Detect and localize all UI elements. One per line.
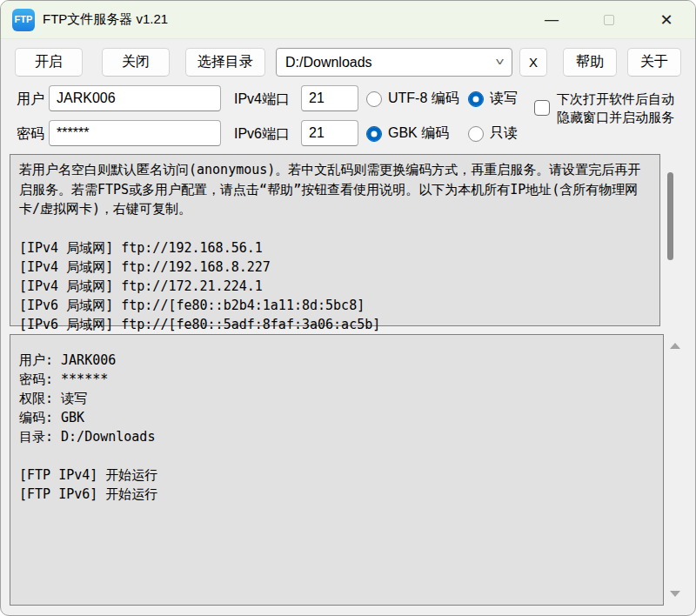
radio-read-only[interactable]: 只读	[468, 120, 518, 147]
app-window: FTP FTP文件服务器 v1.21 — ✕ 开启 关闭 选择目录 D:/Dow…	[0, 0, 696, 616]
directory-combobox[interactable]: D:/Downloads ˅	[276, 48, 512, 77]
ip-address-list: [IPv4 局域网] ftp://192.168.56.1 [IPv4 局域网]…	[19, 238, 651, 334]
ipv6-port-label: IPv6端口	[234, 120, 290, 147]
radio-utf8-encoding[interactable]: UTF-8 编码	[366, 85, 459, 112]
checkbox-icon	[534, 100, 550, 116]
about-button[interactable]: 关于	[627, 48, 681, 77]
ipv6-port-input[interactable]	[301, 120, 358, 146]
stop-server-button[interactable]: 关闭	[102, 48, 170, 77]
info-scrollbar-thumb[interactable]	[667, 172, 673, 260]
info-textbox[interactable]: 若用户名空白则默认匿名访问(anonymous)。若中文乱码则需更换编码方式，再…	[10, 154, 660, 326]
radio-gbk-encoding[interactable]: GBK 编码	[366, 120, 449, 147]
autostart-checkbox[interactable]: 下次打开软件后自动 隐藏窗口并启动服务	[534, 90, 691, 126]
window-title: FTP文件服务器 v1.21	[43, 11, 168, 28]
user-input[interactable]	[49, 85, 221, 111]
log-textbox[interactable]: 用户: JARK006 密码: ****** 权限: 读写 编码: GBK 目录…	[10, 334, 664, 606]
log-scroll-down-icon[interactable]	[670, 591, 680, 597]
toolbar: 开启 关闭 选择目录 D:/Downloads ˅ X 帮助 关于	[15, 48, 681, 77]
log-lines: 用户: JARK006 密码: ****** 权限: 读写 编码: GBK 目录…	[19, 351, 654, 504]
radio-icon	[468, 91, 484, 107]
radio-label: GBK 编码	[388, 124, 449, 143]
close-icon: ✕	[659, 10, 673, 30]
minimize-icon: —	[545, 12, 559, 28]
user-label: 用户	[17, 85, 44, 112]
radio-icon	[366, 91, 382, 107]
radio-icon	[468, 126, 484, 142]
app-icon-label: FTP	[15, 15, 33, 24]
password-label: 密码	[17, 120, 44, 147]
radio-label: 读写	[490, 90, 518, 108]
radio-read-write[interactable]: 读写	[468, 85, 518, 112]
radio-label: 只读	[490, 124, 518, 143]
maximize-button[interactable]	[580, 1, 638, 38]
directory-value: D:/Downloads	[285, 55, 372, 70]
radio-icon	[366, 126, 382, 142]
autostart-label: 下次打开软件后自动 隐藏窗口并启动服务	[557, 90, 674, 126]
maximize-icon	[604, 15, 614, 25]
app-icon: FTP	[12, 9, 35, 31]
minimize-button[interactable]: —	[523, 1, 580, 38]
log-scroll-up-icon[interactable]	[670, 343, 680, 349]
window-controls: — ✕	[523, 1, 695, 38]
help-button[interactable]: 帮助	[563, 48, 617, 77]
start-server-button[interactable]: 开启	[15, 48, 83, 77]
info-paragraph: 若用户名空白则默认匿名访问(anonymous)。若中文乱码则需更换编码方式，再…	[19, 160, 651, 219]
radio-label: UTF-8 编码	[388, 90, 459, 108]
ipv4-port-input[interactable]	[301, 85, 358, 111]
select-directory-button[interactable]: 选择目录	[185, 48, 265, 77]
chevron-down-icon[interactable]: ˅	[495, 57, 505, 69]
close-button[interactable]: ✕	[638, 1, 695, 38]
password-input[interactable]	[49, 120, 221, 146]
ipv4-port-label: IPv4端口	[234, 85, 290, 112]
clear-directory-button[interactable]: X	[519, 48, 547, 77]
title-bar: FTP FTP文件服务器 v1.21 — ✕	[1, 1, 695, 39]
